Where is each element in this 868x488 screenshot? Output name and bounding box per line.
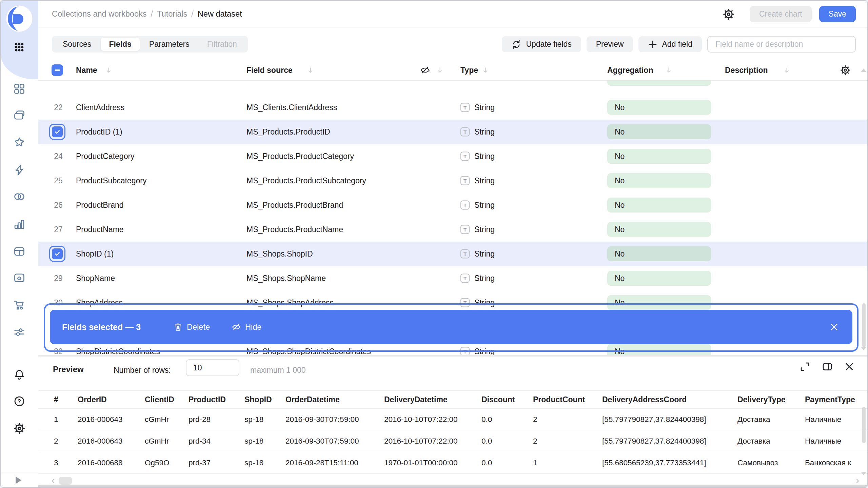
field-type[interactable]: TString	[460, 225, 495, 234]
create-chart-button[interactable]: Create chart	[750, 6, 812, 22]
cell: [55.797790827,37.824400398]	[602, 415, 706, 424]
dataset-editor-window: Collections and workbooks / Tutorials / …	[0, 0, 868, 488]
table-settings-gear-icon[interactable]	[840, 65, 851, 76]
aggregation-select[interactable]: No	[607, 246, 711, 261]
sidebar-collapse-arrow-icon[interactable]	[16, 476, 21, 484]
sort-type-icon[interactable]	[482, 67, 488, 74]
field-row[interactable]: 27 ProductName MS_Products.ProductName T…	[38, 217, 868, 242]
preview-scrollbar-thumb[interactable]	[862, 407, 866, 443]
selection-close-icon[interactable]	[829, 322, 839, 332]
services-sliders-icon[interactable]	[13, 326, 25, 338]
aggregation-select[interactable]: No	[607, 100, 711, 115]
field-type[interactable]: TString	[460, 176, 495, 185]
field-row[interactable]: 29 ShopName MS_Shops.ShopName TString No	[38, 266, 868, 290]
preview-expand-icon[interactable]	[800, 361, 810, 372]
scroll-down-arrow[interactable]	[861, 347, 866, 350]
connections-icon[interactable]	[13, 190, 25, 203]
field-row[interactable]: 24 ProductCategory MS_Products.ProductCa…	[38, 144, 868, 168]
preview-close-icon[interactable]	[844, 362, 854, 372]
favorites-star-icon[interactable]	[13, 136, 25, 148]
field-type[interactable]: TString	[460, 152, 495, 161]
field-type[interactable]: TString	[460, 249, 495, 259]
field-type[interactable]: TString	[460, 274, 495, 283]
datasets-table-icon[interactable]	[13, 245, 25, 258]
aggregation-select[interactable]: No	[607, 271, 711, 286]
preview-scroll-down-arrow[interactable]	[861, 472, 866, 475]
sort-description-icon[interactable]	[784, 67, 790, 74]
tab-filtration[interactable]: Filtration	[199, 38, 245, 51]
hscroll-thumb[interactable]	[59, 477, 72, 485]
tab-parameters[interactable]: Parameters	[141, 38, 198, 51]
string-type-icon: T	[460, 347, 470, 355]
tab-fields[interactable]: Fields	[101, 38, 139, 51]
breadcrumb-collections[interactable]: Collections and workbooks	[52, 9, 147, 19]
field-source: MS_Clients.ClientAddress	[246, 103, 337, 112]
sort-aggregation-icon[interactable]	[666, 67, 672, 74]
aggregation-select[interactable]: No	[607, 173, 711, 188]
row-checkbox[interactable]	[49, 246, 65, 262]
aggregation-select[interactable]: No	[607, 198, 711, 212]
field-row[interactable]: 26 ProductBrand MS_Products.ProductBrand…	[38, 193, 868, 217]
charts-icon[interactable]	[13, 218, 25, 230]
field-name: ShopName	[76, 274, 115, 283]
field-row[interactable]: 22 ClientAddress MS_Clients.ClientAddres…	[38, 95, 868, 120]
hscroll-left-arrow[interactable]: ‹	[52, 475, 55, 485]
hide-selected-button[interactable]: Hide	[232, 322, 261, 332]
cell: 1970-01-01T00:00:00	[384, 459, 457, 467]
hscroll-right-arrow[interactable]: ›	[856, 475, 859, 485]
aggregation-select[interactable]: No	[607, 222, 711, 237]
save-button[interactable]: Save	[819, 6, 856, 22]
hidden-eye-off-column-icon[interactable]	[420, 65, 430, 75]
field-source: MS_Products.ProductSubcategory	[246, 176, 366, 185]
rows-count-input[interactable]	[186, 359, 239, 376]
cell: 2016-000688	[78, 459, 123, 467]
dataset-settings-gear-icon[interactable]	[723, 8, 735, 20]
delete-selected-button[interactable]: Delete	[173, 322, 210, 332]
sort-hidden-icon[interactable]	[437, 67, 443, 74]
scroll-up-arrow[interactable]	[861, 68, 866, 72]
collections-icon[interactable]	[13, 109, 25, 121]
field-row-selected[interactable]: ShopID (1) MS_Shops.ShopID TString No	[38, 242, 868, 266]
field-search-input[interactable]	[707, 36, 856, 53]
fields-selected-count: Fields selected — 3	[62, 322, 141, 332]
column-header-description[interactable]: Description	[725, 66, 768, 75]
settings-gear-icon[interactable]	[13, 422, 25, 434]
apps-grid-icon[interactable]	[13, 41, 25, 53]
preview-split-view-icon[interactable]	[822, 361, 833, 372]
field-row-selected[interactable]: ProductID (1) MS_Products.ProductID TStr…	[38, 120, 868, 144]
aggregation-select[interactable]: No	[607, 295, 711, 310]
preview-button[interactable]: Preview	[587, 36, 633, 52]
dashboards-icon[interactable]	[13, 83, 25, 95]
cell: 2016-000643	[78, 437, 123, 446]
field-type[interactable]: TString	[460, 201, 495, 210]
preview-table-header: # OrderID ClientID ProductID ShopID Orde…	[38, 390, 868, 409]
aggregation-select[interactable]: No	[607, 344, 711, 355]
column-header-name[interactable]: Name	[76, 66, 97, 75]
add-field-button[interactable]: Add field	[638, 36, 702, 52]
row-checkbox[interactable]	[49, 124, 65, 140]
update-fields-button[interactable]: Update fields	[502, 36, 581, 52]
fields-scrollbar-thumb[interactable]	[862, 303, 866, 347]
field-type[interactable]: TString	[460, 347, 495, 355]
breadcrumb-tutorials[interactable]: Tutorials	[157, 9, 187, 19]
tab-sources[interactable]: Sources	[55, 38, 99, 51]
sort-field-source-icon[interactable]	[308, 67, 313, 74]
field-row[interactable]: 25 ProductSubcategory MS_Products.Produc…	[38, 168, 868, 193]
aggregation-select[interactable]: No	[607, 149, 711, 164]
marketplace-cart-icon[interactable]	[13, 299, 25, 311]
sort-name-icon[interactable]	[106, 67, 112, 74]
datalens-logo[interactable]	[5, 4, 34, 33]
field-type[interactable]: TString	[460, 127, 495, 137]
notifications-bell-icon[interactable]	[13, 369, 25, 381]
storage-folder-icon[interactable]	[13, 272, 25, 284]
field-type[interactable]: TString	[460, 103, 495, 112]
help-icon[interactable]	[13, 395, 25, 407]
column-header-type[interactable]: Type	[460, 66, 478, 75]
preview-resize-handle[interactable]	[38, 355, 868, 357]
aggregation-select[interactable]: No	[607, 124, 711, 139]
column-header-aggregation[interactable]: Aggregation	[607, 66, 653, 75]
column-header-field-source[interactable]: Field source	[246, 66, 292, 75]
editor-bolt-icon[interactable]	[13, 164, 25, 176]
select-all-checkbox[interactable]	[52, 64, 63, 76]
field-type[interactable]: TString	[460, 298, 495, 307]
